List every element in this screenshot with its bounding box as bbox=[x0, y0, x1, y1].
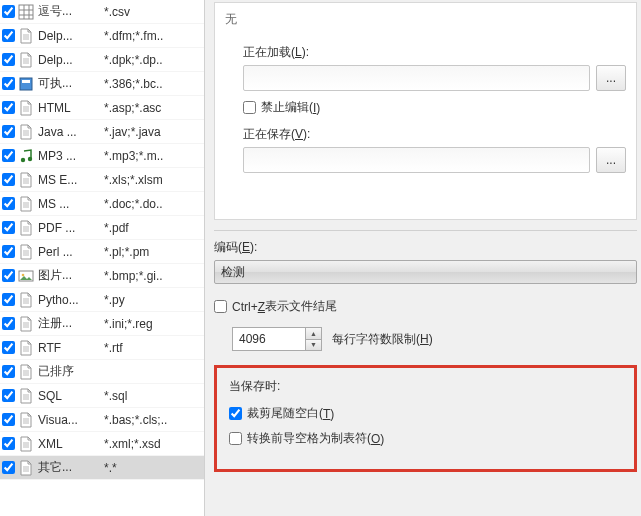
filetype-name: 已排序 bbox=[38, 363, 98, 380]
svg-rect-11 bbox=[20, 78, 32, 90]
filetype-row[interactable]: Pytho...*.py bbox=[0, 288, 204, 312]
filetype-ext: *.jav;*.java bbox=[98, 125, 204, 139]
filetype-row[interactable]: PDF ...*.pdf bbox=[0, 216, 204, 240]
doc-icon bbox=[18, 124, 34, 140]
filetype-ext: *.pl;*.pm bbox=[98, 245, 204, 259]
filetype-checkbox[interactable] bbox=[2, 125, 15, 138]
filetype-row[interactable]: HTML*.asp;*.asc bbox=[0, 96, 204, 120]
filetype-checkbox[interactable] bbox=[2, 389, 15, 402]
filetype-checkbox[interactable] bbox=[2, 413, 15, 426]
filetype-checkbox[interactable] bbox=[2, 437, 15, 450]
filetype-row[interactable]: 已排序 bbox=[0, 360, 204, 384]
filetype-row[interactable]: MP3 ...*.mp3;*.m.. bbox=[0, 144, 204, 168]
filetype-checkbox[interactable] bbox=[2, 173, 15, 186]
filetype-checkbox[interactable] bbox=[2, 53, 15, 66]
filetype-ext: *.ini;*.reg bbox=[98, 317, 204, 331]
filetype-row[interactable]: Delp...*.dfm;*.fm.. bbox=[0, 24, 204, 48]
svg-rect-12 bbox=[22, 80, 30, 83]
filetype-name: MP3 ... bbox=[38, 149, 98, 163]
filetype-checkbox[interactable] bbox=[2, 269, 15, 282]
filetype-ext: *.pdf bbox=[98, 221, 204, 235]
filetype-row[interactable]: Java ...*.jav;*.java bbox=[0, 120, 204, 144]
doc-icon bbox=[18, 412, 34, 428]
exe-icon bbox=[18, 76, 34, 92]
io-group: 无 正在加载(L): ... 禁止编辑(I) 正在保存(V): ... bbox=[214, 2, 637, 220]
filetype-checkbox[interactable] bbox=[2, 245, 15, 258]
encoding-select[interactable]: 检测 bbox=[214, 260, 637, 284]
on-save-title: 当保存时: bbox=[229, 378, 622, 395]
svg-point-34 bbox=[22, 273, 25, 276]
forbid-edit-checkbox-row: 禁止编辑(I) bbox=[243, 99, 626, 116]
filetype-checkbox[interactable] bbox=[2, 365, 15, 378]
saving-path-input[interactable] bbox=[243, 147, 590, 173]
ctrlz-checkbox[interactable] bbox=[214, 300, 227, 313]
filetype-checkbox[interactable] bbox=[2, 317, 15, 330]
filetype-checkbox[interactable] bbox=[2, 341, 15, 354]
filetype-checkbox[interactable] bbox=[2, 149, 15, 162]
filetype-checkbox[interactable] bbox=[2, 293, 15, 306]
filetype-ext: *.xml;*.xsd bbox=[98, 437, 204, 451]
filetype-row[interactable]: Delp...*.dpk;*.dp.. bbox=[0, 48, 204, 72]
filetype-row[interactable]: RTF*.rtf bbox=[0, 336, 204, 360]
doc-icon bbox=[18, 364, 34, 380]
doc-icon bbox=[18, 28, 34, 44]
loading-path-input[interactable] bbox=[243, 65, 590, 91]
filetype-ext: *.sql bbox=[98, 389, 204, 403]
filetype-checkbox[interactable] bbox=[2, 101, 15, 114]
filetype-ext: *.xls;*.xlsm bbox=[98, 173, 204, 187]
pic-icon bbox=[18, 268, 34, 284]
filetype-name: Pytho... bbox=[38, 293, 98, 307]
filetype-row[interactable]: SQL*.sql bbox=[0, 384, 204, 408]
doc-icon bbox=[18, 172, 34, 188]
filetype-row[interactable]: Visua...*.bas;*.cls;.. bbox=[0, 408, 204, 432]
filetype-row[interactable]: XML*.xml;*.xsd bbox=[0, 432, 204, 456]
filetype-row[interactable]: 其它...*.* bbox=[0, 456, 204, 480]
filetype-ext: *.rtf bbox=[98, 341, 204, 355]
filetype-list: 逗号...*.csvDelp...*.dfm;*.fm..Delp...*.dp… bbox=[0, 0, 204, 480]
loading-label: 正在加载(L): bbox=[243, 44, 626, 61]
filetype-checkbox[interactable] bbox=[2, 5, 15, 18]
filetype-row[interactable]: 可执...*.386;*.bc.. bbox=[0, 72, 204, 96]
svg-point-19 bbox=[21, 157, 25, 161]
ctrlz-row: Ctrl+Z 表示文件结尾 bbox=[214, 298, 637, 315]
spinner-up-icon[interactable]: ▲ bbox=[305, 328, 321, 340]
settings-panel: 无 正在加载(L): ... 禁止编辑(I) 正在保存(V): ... 编码(E… bbox=[210, 0, 641, 516]
convert-leading-checkbox[interactable] bbox=[229, 432, 242, 445]
none-label: 无 bbox=[225, 11, 626, 28]
doc-icon bbox=[18, 388, 34, 404]
filetype-checkbox[interactable] bbox=[2, 461, 15, 474]
filetype-checkbox[interactable] bbox=[2, 77, 15, 90]
trim-trailing-checkbox[interactable] bbox=[229, 407, 242, 420]
doc-icon bbox=[18, 316, 34, 332]
filetype-checkbox[interactable] bbox=[2, 29, 15, 42]
filetype-ext: *.bmp;*.gi.. bbox=[98, 269, 204, 283]
filetype-ext: *.bas;*.cls;.. bbox=[98, 413, 204, 427]
filetype-ext: *.mp3;*.m.. bbox=[98, 149, 204, 163]
filetype-name: 图片... bbox=[38, 267, 98, 284]
saving-browse-button[interactable]: ... bbox=[596, 147, 626, 173]
filetype-name: 其它... bbox=[38, 459, 98, 476]
music-icon bbox=[18, 148, 34, 164]
filetype-row[interactable]: MS E...*.xls;*.xlsm bbox=[0, 168, 204, 192]
loading-browse-button[interactable]: ... bbox=[596, 65, 626, 91]
filetype-ext: *.py bbox=[98, 293, 204, 307]
forbid-edit-checkbox[interactable] bbox=[243, 101, 256, 114]
filetype-row[interactable]: 图片...*.bmp;*.gi.. bbox=[0, 264, 204, 288]
filetype-name: Perl ... bbox=[38, 245, 98, 259]
filetype-row[interactable]: 逗号...*.csv bbox=[0, 0, 204, 24]
svg-point-20 bbox=[28, 156, 32, 160]
spinner-down-icon[interactable]: ▼ bbox=[305, 340, 321, 351]
line-limit-spinner[interactable]: 4096 ▲ ▼ bbox=[232, 327, 322, 351]
saving-label: 正在保存(V): bbox=[243, 126, 626, 143]
filetype-row[interactable]: Perl ...*.pl;*.pm bbox=[0, 240, 204, 264]
filetype-ext: *.* bbox=[98, 461, 204, 475]
filetype-row[interactable]: 注册...*.ini;*.reg bbox=[0, 312, 204, 336]
doc-icon bbox=[18, 52, 34, 68]
filetype-ext: *.csv bbox=[98, 5, 204, 19]
filetype-checkbox[interactable] bbox=[2, 197, 15, 210]
filetype-row[interactable]: MS ...*.doc;*.do.. bbox=[0, 192, 204, 216]
doc-icon bbox=[18, 292, 34, 308]
filetype-name: Visua... bbox=[38, 413, 98, 427]
filetype-checkbox[interactable] bbox=[2, 221, 15, 234]
filetype-name: Java ... bbox=[38, 125, 98, 139]
